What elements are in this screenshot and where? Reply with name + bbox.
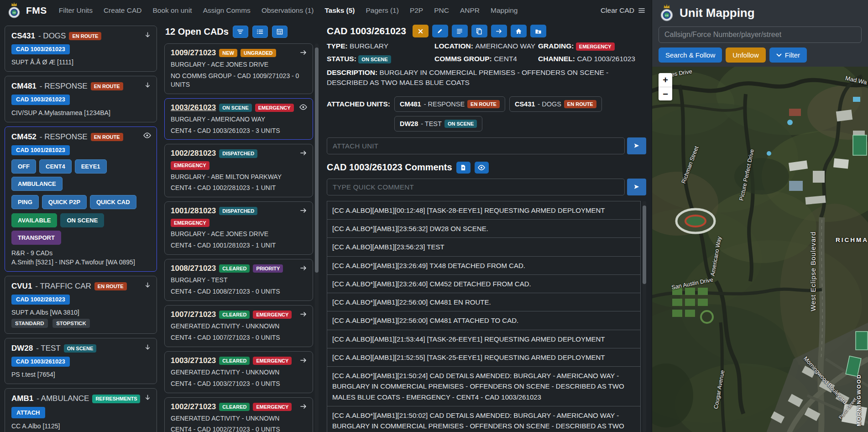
nav-item-mapping[interactable]: Mapping [491, 6, 518, 15]
map-search-input[interactable] [659, 26, 862, 43]
nav-item-tasks[interactable]: Tasks (5) [324, 6, 355, 15]
copy-cad-button[interactable] [471, 25, 487, 37]
unit-card-amb1[interactable]: AMB1 - AMBULANCE REFRESHMENTS ATTACH CC … [5, 388, 157, 432]
unit-action-quick-p2p[interactable]: QUICK P2P [42, 195, 87, 209]
collapse-arrow-icon[interactable] [144, 82, 151, 89]
attach-unit-submit-button[interactable] [627, 137, 646, 154]
nav-item-observations[interactable]: Observations (1) [261, 6, 314, 15]
attach-button[interactable]: ATTACH [11, 407, 45, 418]
unit-action-on-scene[interactable]: ON SCENE [60, 213, 104, 227]
cad-card-1003-261023[interactable]: 1003/261023 ON SCENE EMERGENCY BURGLARY … [164, 98, 313, 140]
unit-action-quick-cad[interactable]: QUICK CAD [90, 195, 136, 209]
open-cad-arrow-icon[interactable] [300, 265, 307, 271]
cad-card-1009-271023[interactable]: 1009/271023 NEW UNGRADED BURGLARY - ACE … [164, 43, 313, 94]
attach-unit-input[interactable] [327, 137, 625, 154]
unit-action-ambulance[interactable]: AMBULANCE [11, 177, 63, 191]
unit-cad-badge[interactable]: CAD 1001/281023 [11, 145, 70, 155]
open-cad-arrow-icon[interactable] [300, 49, 307, 56]
brand[interactable]: FR FMS [6, 1, 47, 20]
map-canvas[interactable]: ones Drive Mad Wa Richman Street Picture… [652, 67, 868, 432]
unit-action-eeye1[interactable]: EEYE1 [75, 159, 107, 174]
nav-item-book-on-unit[interactable]: Book on unit [152, 6, 192, 15]
open-cad-arrow-icon[interactable] [300, 357, 307, 364]
comments-scrollbar-thumb[interactable] [643, 205, 646, 284]
list-view-button[interactable] [252, 26, 268, 38]
home-button[interactable] [511, 25, 527, 37]
nav-item-pagers[interactable]: Pagers (1) [366, 6, 399, 15]
unit-action-cent4[interactable]: CENT4 [39, 159, 72, 174]
unit-tags: STANDARD STOPSTICK [11, 316, 150, 328]
edit-cad-button[interactable] [432, 25, 448, 37]
quick-comment-submit-button[interactable] [627, 179, 646, 195]
table-view-button[interactable] [272, 26, 288, 38]
zoom-out-button[interactable]: − [659, 87, 672, 100]
unit-card-cs431[interactable]: CS431 - DOGS EN ROUTE CAD 1003/261023 SU… [5, 26, 157, 72]
cad-card-1003-271023[interactable]: 1003/271023 CLEARED EMERGENCY GENERATED … [164, 351, 313, 393]
unit-card-cm481[interactable]: CM481 - RESPONSE EN ROUTE CAD 1003/26102… [5, 76, 157, 122]
unit-cad-badge[interactable]: CAD 1003/261023 [11, 44, 70, 54]
cad-card-1002-271023[interactable]: 1002/271023 CLEARED EMERGENCY GENERATED … [164, 397, 313, 432]
filter-dropdown-button[interactable]: Filter [769, 47, 807, 63]
unit-cad-badge[interactable]: CAD 1002/281023 [11, 295, 70, 305]
unit-cad-badge[interactable]: CAD 1003/261023 [11, 357, 70, 367]
cad-number[interactable]: 1001/281023 [171, 206, 216, 216]
open-cad-arrow-icon[interactable] [300, 150, 307, 156]
unfollow-button[interactable]: Unfollow [726, 47, 766, 63]
cad-number[interactable]: 1003/271023 [171, 356, 216, 365]
zoom-in-button[interactable]: + [659, 73, 672, 87]
nav-item-anpr[interactable]: ANPR [460, 6, 480, 15]
unit-card-dw28[interactable]: DW28 - TEST ON SCENE CAD 1003/261023 PS … [5, 338, 157, 384]
cads-scrollbar[interactable] [315, 43, 319, 432]
cad-number[interactable]: 1009/271023 [171, 48, 216, 58]
cad-number[interactable]: 1003/261023 [171, 103, 216, 112]
search-follow-button[interactable]: Search & Follow [659, 47, 722, 63]
cad-number[interactable]: 1008/271023 [171, 264, 216, 273]
collapse-arrow-icon[interactable] [144, 282, 151, 289]
attached-unit-cm481[interactable]: CM481 - RESPONSE EN ROUTE [394, 96, 505, 112]
nav-item-assign-comms[interactable]: Assign Comms [203, 6, 251, 15]
unit-action-available[interactable]: AVAILABLE [11, 213, 57, 227]
open-cad-arrow-icon[interactable] [300, 311, 307, 317]
content-area: CS431 - DOGS EN ROUTE CAD 1003/261023 SU… [0, 21, 652, 432]
list-icon [256, 29, 263, 35]
cad-number[interactable]: 1007/271023 [171, 310, 216, 319]
collapse-arrow-icon[interactable] [144, 394, 151, 401]
cad-card-1008-271023[interactable]: 1008/271023 CLEARED PRIORITY BURGLARY - … [164, 259, 313, 301]
unit-action-off[interactable]: OFF [11, 159, 36, 174]
cad-log-button[interactable] [452, 25, 468, 37]
clear-cad-button[interactable]: Clear CAD [601, 6, 645, 15]
open-cad-arrow-icon[interactable] [300, 403, 307, 410]
filter-cads-button[interactable] [233, 26, 248, 38]
nav-item-p2p[interactable]: P2P [410, 6, 423, 15]
nav-item-pnc[interactable]: PNC [434, 6, 449, 15]
transfer-cad-button[interactable] [491, 25, 507, 37]
unit-action-ping[interactable]: PING [11, 195, 39, 209]
collapse-arrow-icon[interactable] [144, 32, 151, 38]
attached-unit-dw28[interactable]: DW28 - TEST ON SCENE [394, 116, 482, 132]
nav-item-create-cad[interactable]: Create CAD [104, 6, 142, 15]
cad-card-1002-281023[interactable]: 1002/281023 DISPATCHED EMERGENCY BURGLAR… [164, 144, 313, 197]
quick-comment-input[interactable] [327, 179, 625, 195]
unit-card-cvu1[interactable]: CVU1 - TRAFFIC CAR EN ROUTE CAD 1002/281… [5, 276, 157, 334]
cad-number[interactable]: 1002/271023 [171, 402, 216, 411]
export-comments-button[interactable] [456, 162, 471, 174]
close-cad-button[interactable] [413, 25, 429, 37]
cad-number[interactable]: 1002/281023 [171, 149, 216, 158]
nav-item-filter-units[interactable]: Filter Units [59, 6, 93, 15]
eye-icon[interactable] [143, 132, 151, 138]
collapse-arrow-icon[interactable] [144, 344, 151, 351]
cads-scrollbar-thumb[interactable] [315, 47, 319, 273]
eye-icon[interactable] [299, 104, 307, 110]
unit-card-cm452[interactable]: CM452 - RESPONSE EN ROUTE CAD 1001/28102… [5, 126, 157, 272]
cad-card-1007-271023[interactable]: 1007/271023 CLEARED EMERGENCY GENERATED … [164, 305, 313, 347]
unit-tag: STANDARD [11, 319, 48, 328]
archive-cad-button[interactable] [530, 25, 546, 37]
watch-comments-button[interactable] [475, 162, 489, 174]
unit-cad-badge[interactable]: CAD 1003/261023 [11, 95, 70, 105]
open-cad-arrow-icon[interactable] [300, 207, 307, 214]
attached-unit-cs431[interactable]: CS431 - DOGS EN ROUTE [509, 96, 602, 112]
cad-card-1001-281023[interactable]: 1001/281023 DISPATCHED EMERGENCY BURGLAR… [164, 201, 313, 255]
comments-scrollbar[interactable] [643, 201, 646, 432]
unit-action-transport[interactable]: TRANSPORT [11, 231, 61, 245]
cad-grading-badge: EMERGENCY [255, 104, 294, 112]
